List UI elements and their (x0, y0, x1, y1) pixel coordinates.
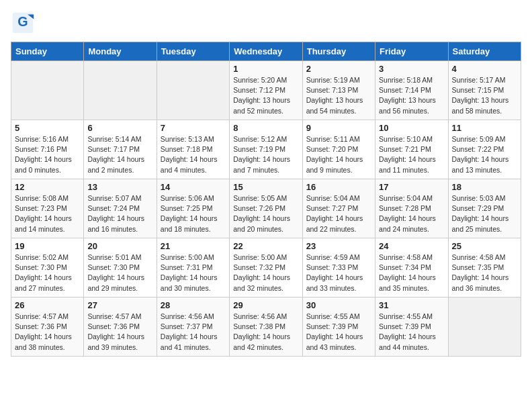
day-info: Sunrise: 5:11 AMSunset: 7:20 PMDaylight:… (306, 134, 371, 175)
day-info: Sunrise: 4:58 AMSunset: 7:35 PMDaylight:… (452, 253, 517, 293)
day-number: 18 (452, 182, 517, 192)
calendar-cell: 30Sunrise: 4:55 AMSunset: 7:39 PMDayligh… (302, 298, 375, 357)
day-info: Sunrise: 4:57 AMSunset: 7:36 PMDaylight:… (15, 312, 80, 353)
day-info: Sunrise: 5:05 AMSunset: 7:26 PMDaylight:… (233, 193, 298, 234)
day-info: Sunrise: 5:06 AMSunset: 7:25 PMDaylight:… (161, 193, 226, 234)
day-number: 13 (87, 182, 152, 192)
calendar-cell: 4Sunrise: 5:17 AMSunset: 7:15 PMDaylight… (448, 61, 521, 120)
day-info: Sunrise: 4:56 AMSunset: 7:37 PMDaylight:… (161, 312, 226, 353)
day-info: Sunrise: 5:03 AMSunset: 7:29 PMDaylight:… (452, 193, 517, 234)
day-number: 21 (161, 241, 226, 251)
day-number: 5 (15, 123, 80, 133)
calendar-cell: 31Sunrise: 4:55 AMSunset: 7:39 PMDayligh… (375, 298, 448, 357)
calendar-cell: 3Sunrise: 5:18 AMSunset: 7:14 PMDaylight… (375, 61, 448, 120)
day-number: 31 (379, 300, 444, 310)
day-number: 27 (87, 300, 152, 310)
calendar-cell: 15Sunrise: 5:05 AMSunset: 7:26 PMDayligh… (230, 179, 302, 238)
day-number: 28 (161, 300, 226, 310)
day-number: 2 (306, 64, 371, 74)
svg-text:G: G (17, 14, 28, 29)
day-info: Sunrise: 5:12 AMSunset: 7:19 PMDaylight:… (233, 134, 298, 175)
calendar-cell: 21Sunrise: 5:00 AMSunset: 7:31 PMDayligh… (157, 238, 229, 298)
day-number: 19 (15, 241, 80, 251)
calendar-cell: 7Sunrise: 5:13 AMSunset: 7:18 PMDaylight… (157, 120, 229, 179)
day-number: 29 (233, 300, 298, 310)
logo: G (11, 11, 39, 35)
day-number: 15 (233, 182, 298, 192)
calendar-cell: 12Sunrise: 5:08 AMSunset: 7:23 PMDayligh… (11, 179, 84, 238)
day-number: 12 (15, 182, 80, 192)
day-header-thursday: Thursday (302, 42, 375, 61)
day-number: 11 (452, 123, 517, 133)
calendar-cell: 1Sunrise: 5:20 AMSunset: 7:12 PMDaylight… (230, 61, 302, 120)
calendar-cell: 6Sunrise: 5:14 AMSunset: 7:17 PMDaylight… (84, 120, 157, 179)
calendar-cell: 25Sunrise: 4:58 AMSunset: 7:35 PMDayligh… (448, 238, 521, 298)
calendar-cell: 29Sunrise: 4:56 AMSunset: 7:38 PMDayligh… (230, 298, 302, 357)
week-row-4: 19Sunrise: 5:02 AMSunset: 7:30 PMDayligh… (11, 238, 521, 298)
header: G (11, 11, 521, 35)
week-row-1: 1Sunrise: 5:20 AMSunset: 7:12 PMDaylight… (11, 61, 521, 120)
day-header-tuesday: Tuesday (157, 42, 229, 61)
calendar-cell: 16Sunrise: 5:04 AMSunset: 7:27 PMDayligh… (302, 179, 375, 238)
day-number: 4 (452, 64, 517, 74)
day-number: 14 (161, 182, 226, 192)
week-row-5: 26Sunrise: 4:57 AMSunset: 7:36 PMDayligh… (11, 298, 521, 357)
day-info: Sunrise: 4:55 AMSunset: 7:39 PMDaylight:… (306, 312, 371, 353)
day-info: Sunrise: 5:14 AMSunset: 7:17 PMDaylight:… (87, 134, 152, 175)
day-info: Sunrise: 5:13 AMSunset: 7:18 PMDaylight:… (161, 134, 226, 175)
calendar-cell: 2Sunrise: 5:19 AMSunset: 7:13 PMDaylight… (302, 61, 375, 120)
calendar-cell: 14Sunrise: 5:06 AMSunset: 7:25 PMDayligh… (157, 179, 229, 238)
day-number: 8 (233, 123, 298, 133)
day-info: Sunrise: 4:56 AMSunset: 7:38 PMDaylight:… (233, 312, 298, 353)
calendar-cell (157, 61, 229, 120)
calendar-cell (84, 61, 157, 120)
day-info: Sunrise: 5:10 AMSunset: 7:21 PMDaylight:… (379, 134, 444, 175)
day-info: Sunrise: 5:04 AMSunset: 7:27 PMDaylight:… (306, 193, 371, 234)
day-info: Sunrise: 5:17 AMSunset: 7:15 PMDaylight:… (452, 75, 517, 116)
day-number: 7 (161, 123, 226, 133)
day-info: Sunrise: 5:02 AMSunset: 7:30 PMDaylight:… (15, 253, 80, 293)
calendar-cell: 17Sunrise: 5:04 AMSunset: 7:28 PMDayligh… (375, 179, 448, 238)
day-number: 26 (15, 300, 80, 310)
calendar-cell (11, 61, 84, 120)
calendar-cell: 18Sunrise: 5:03 AMSunset: 7:29 PMDayligh… (448, 179, 521, 238)
calendar-cell: 27Sunrise: 4:57 AMSunset: 7:36 PMDayligh… (84, 298, 157, 357)
calendar-cell: 24Sunrise: 4:58 AMSunset: 7:34 PMDayligh… (375, 238, 448, 298)
calendar-cell: 19Sunrise: 5:02 AMSunset: 7:30 PMDayligh… (11, 238, 84, 298)
days-header-row: SundayMondayTuesdayWednesdayThursdayFrid… (11, 42, 521, 61)
day-number: 9 (306, 123, 371, 133)
day-number: 22 (233, 241, 298, 251)
calendar-cell: 13Sunrise: 5:07 AMSunset: 7:24 PMDayligh… (84, 179, 157, 238)
calendar-cell: 20Sunrise: 5:01 AMSunset: 7:30 PMDayligh… (84, 238, 157, 298)
day-info: Sunrise: 5:00 AMSunset: 7:31 PMDaylight:… (161, 253, 226, 293)
day-info: Sunrise: 5:00 AMSunset: 7:32 PMDaylight:… (233, 253, 298, 293)
calendar-cell: 22Sunrise: 5:00 AMSunset: 7:32 PMDayligh… (230, 238, 302, 298)
week-row-2: 5Sunrise: 5:16 AMSunset: 7:16 PMDaylight… (11, 120, 521, 179)
day-info: Sunrise: 5:19 AMSunset: 7:13 PMDaylight:… (306, 75, 371, 116)
calendar-cell: 11Sunrise: 5:09 AMSunset: 7:22 PMDayligh… (448, 120, 521, 179)
calendar-cell: 26Sunrise: 4:57 AMSunset: 7:36 PMDayligh… (11, 298, 84, 357)
calendar-cell (448, 298, 521, 357)
day-number: 10 (379, 123, 444, 133)
day-info: Sunrise: 5:04 AMSunset: 7:28 PMDaylight:… (379, 193, 444, 234)
day-info: Sunrise: 5:16 AMSunset: 7:16 PMDaylight:… (15, 134, 80, 175)
calendar-cell: 5Sunrise: 5:16 AMSunset: 7:16 PMDaylight… (11, 120, 84, 179)
calendar-table: SundayMondayTuesdayWednesdayThursdayFrid… (11, 42, 521, 357)
day-info: Sunrise: 4:57 AMSunset: 7:36 PMDaylight:… (87, 312, 152, 353)
calendar-cell: 28Sunrise: 4:56 AMSunset: 7:37 PMDayligh… (157, 298, 229, 357)
day-info: Sunrise: 4:55 AMSunset: 7:39 PMDaylight:… (379, 312, 444, 353)
calendar-cell: 10Sunrise: 5:10 AMSunset: 7:21 PMDayligh… (375, 120, 448, 179)
day-info: Sunrise: 5:01 AMSunset: 7:30 PMDaylight:… (87, 253, 152, 293)
day-header-wednesday: Wednesday (230, 42, 302, 61)
day-header-saturday: Saturday (448, 42, 521, 61)
logo-icon: G (11, 11, 35, 35)
calendar-cell: 8Sunrise: 5:12 AMSunset: 7:19 PMDaylight… (230, 120, 302, 179)
calendar-cell: 23Sunrise: 4:59 AMSunset: 7:33 PMDayligh… (302, 238, 375, 298)
day-number: 20 (87, 241, 152, 251)
day-header-monday: Monday (84, 42, 157, 61)
day-info: Sunrise: 4:58 AMSunset: 7:34 PMDaylight:… (379, 253, 444, 293)
day-info: Sunrise: 5:09 AMSunset: 7:22 PMDaylight:… (452, 134, 517, 175)
day-info: Sunrise: 5:18 AMSunset: 7:14 PMDaylight:… (379, 75, 444, 116)
day-number: 24 (379, 241, 444, 251)
day-info: Sunrise: 5:20 AMSunset: 7:12 PMDaylight:… (233, 75, 298, 116)
